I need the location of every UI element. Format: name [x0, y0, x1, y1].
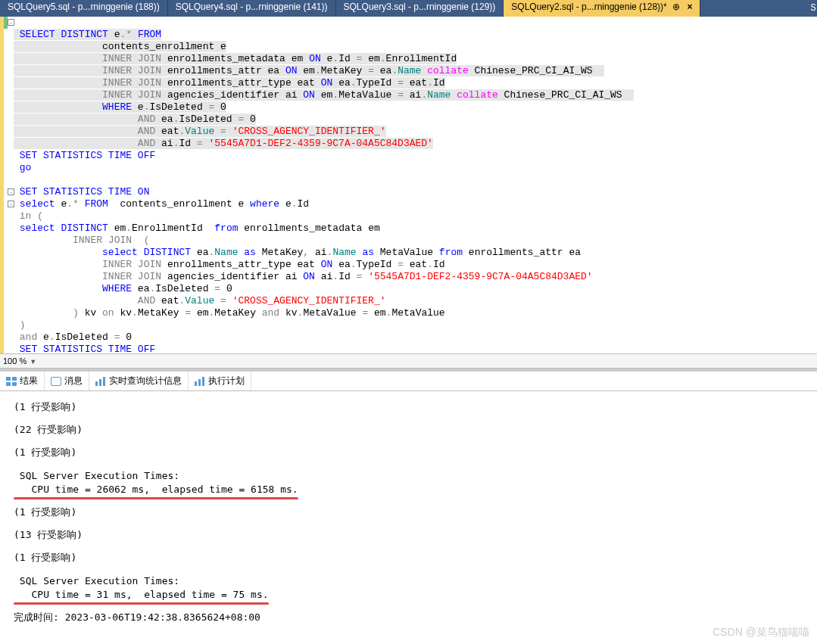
msg-row: (22 行受影响)	[14, 423, 803, 437]
messages-tab[interactable]: 消息	[45, 372, 89, 390]
plan-icon	[195, 377, 205, 386]
msg-row: (1 行受影响)	[14, 446, 803, 459]
execution-time-2: CPU time = 31 ms, elapsed time = 75 ms.	[14, 588, 269, 602]
tab-label: 结果	[20, 375, 38, 387]
watermark: CSDN @菜鸟猫喵喵	[713, 626, 809, 639]
stats-icon	[95, 377, 106, 386]
tab-label: 消息	[64, 375, 83, 387]
overflow-tab[interactable]: S	[809, 0, 817, 17]
file-tabs: SQLQuery5.sql - p...rninggenie (188)) SQ…	[0, 0, 817, 17]
msg-row: (13 行受影响)	[14, 528, 803, 542]
messages-panel[interactable]: (1 行受影响) (22 行受影响) (1 行受影响) SQL Server E…	[0, 391, 817, 644]
msg-row: (1 行受影响)	[14, 400, 803, 414]
tab-label: SQLQuery5.sql - p...rninggenie (188))	[8, 2, 160, 12]
code-editor[interactable]: - - - SELECT DISTINCT e.* FROM contents_…	[0, 17, 817, 353]
tab-label: 执行计划	[208, 375, 245, 387]
zoom-dropdown[interactable]: 100 %▼	[3, 356, 36, 366]
tab-label: 实时查询统计信息	[109, 375, 182, 387]
tab-label: SQLQuery4.sql - p...rninggenie (141))	[176, 2, 328, 12]
tab-sqlquery3[interactable]: SQLQuery3.sql - p...rninggenie (129))	[336, 0, 504, 17]
chevron-down-icon: ▼	[30, 358, 36, 366]
pin-icon[interactable]: ⊕	[672, 2, 680, 12]
change-marker	[0, 17, 4, 353]
tab-label: SQLQuery3.sql - p...rninggenie (129))	[344, 2, 496, 12]
code-content: SELECT DISTINCT e.* FROM contents_enroll…	[14, 17, 817, 353]
zoom-bar: 100 %▼	[0, 353, 817, 369]
msg-row: (1 行受影响)	[14, 506, 803, 519]
msg-row: SQL Server Execution Times: CPU time = 2…	[14, 469, 803, 496]
execution-time-1: CPU time = 26062 ms, elapsed time = 6158…	[14, 483, 298, 496]
tab-sqlquery2[interactable]: SQLQuery2.sql - p...rninggenie (128))* ⊕…	[504, 0, 700, 17]
results-tab[interactable]: 结果	[0, 372, 45, 390]
tab-label: SQLQuery2.sql - p...rninggenie (128))*	[511, 2, 666, 12]
msg-row: SQL Server Execution Times: CPU time = 3…	[14, 574, 803, 602]
close-icon[interactable]: ×	[687, 2, 692, 12]
msg-row: (1 行受影响)	[14, 551, 803, 565]
execution-plan-tab[interactable]: 执行计划	[189, 372, 251, 390]
message-icon	[51, 377, 61, 386]
result-tabs: 结果 消息 实时查询统计信息 执行计划	[0, 372, 817, 391]
live-stats-tab[interactable]: 实时查询统计信息	[89, 372, 189, 390]
tab-sqlquery5[interactable]: SQLQuery5.sql - p...rninggenie (188))	[0, 0, 168, 17]
grid-icon	[6, 377, 17, 386]
msg-completion: 完成时间: 2023-03-06T19:42:38.8365624+08:00	[14, 611, 803, 624]
tab-sqlquery4[interactable]: SQLQuery4.sql - p...rninggenie (141))	[168, 0, 336, 17]
